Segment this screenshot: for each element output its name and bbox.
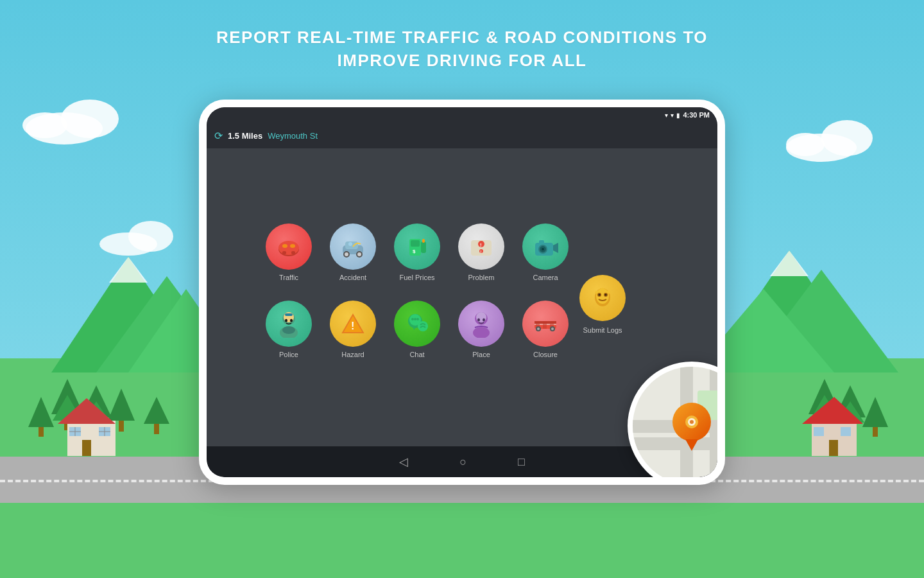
svg-point-61 bbox=[357, 252, 361, 256]
traffic-icon-item[interactable]: Traffic bbox=[260, 223, 318, 294]
svg-rect-64 bbox=[411, 240, 420, 247]
svg-rect-54 bbox=[282, 251, 286, 254]
map-road-horizontal-2 bbox=[633, 437, 717, 450]
svg-marker-77 bbox=[553, 243, 558, 253]
app-nav-bar: ⟳ 1.5 Miles Weymouth St bbox=[207, 123, 717, 148]
police-label: Police bbox=[279, 351, 298, 358]
police-icon-circle bbox=[266, 301, 312, 347]
map-inner bbox=[633, 367, 717, 477]
svg-point-90 bbox=[411, 318, 414, 320]
tablet-inner: ▾ ▾ ▮ 4:30 PM ⟳ 1.5 Miles Weymouth St bbox=[207, 107, 717, 477]
battery-icon: ▮ bbox=[676, 112, 680, 119]
status-time: 4:30 PM bbox=[683, 111, 710, 119]
svg-text:!: ! bbox=[480, 242, 482, 248]
submit-logs-label: Submit Logs bbox=[583, 326, 622, 334]
svg-point-121 bbox=[690, 420, 694, 424]
traffic-icon-circle bbox=[266, 223, 312, 270]
home-button[interactable]: ○ bbox=[459, 455, 466, 469]
recent-apps-button[interactable]: □ bbox=[518, 455, 525, 469]
svg-point-59 bbox=[345, 252, 348, 256]
svg-point-115 bbox=[605, 294, 607, 296]
closure-icon-circle bbox=[522, 301, 569, 347]
accident-label: Accident bbox=[339, 274, 366, 281]
svg-point-85 bbox=[290, 319, 293, 322]
svg-point-51 bbox=[278, 241, 299, 255]
camera-icon-item[interactable]: Camera bbox=[517, 223, 574, 294]
svg-rect-82 bbox=[285, 313, 293, 316]
accident-icon-item[interactable]: Accident bbox=[324, 223, 382, 294]
svg-point-109 bbox=[551, 328, 554, 330]
police-icon-item[interactable]: Police bbox=[260, 301, 318, 371]
svg-text:$: $ bbox=[413, 249, 416, 254]
map-pin bbox=[672, 403, 711, 441]
svg-point-62 bbox=[348, 242, 352, 246]
status-bar: ▾ ▾ ▮ 4:30 PM bbox=[207, 107, 717, 123]
signal-icon: ▾ bbox=[671, 112, 674, 119]
closure-icon-item[interactable]: Closure bbox=[517, 301, 574, 371]
hazard-icon-item[interactable]: ! Hazard bbox=[324, 301, 382, 371]
submit-logs-area[interactable]: Submit Logs bbox=[579, 275, 626, 334]
icon-grid: Traffic bbox=[260, 223, 574, 371]
chat-label: Chat bbox=[409, 351, 424, 358]
hazard-label: Hazard bbox=[341, 351, 364, 358]
place-label: Place bbox=[472, 351, 490, 358]
submit-logs-circle bbox=[579, 275, 626, 321]
hazard-icon-circle: ! bbox=[330, 301, 376, 347]
chat-icon-item[interactable]: Chat bbox=[388, 301, 446, 371]
svg-rect-78 bbox=[539, 240, 544, 244]
svg-point-107 bbox=[537, 328, 540, 330]
svg-rect-104 bbox=[543, 321, 547, 329]
camera-label: Camera bbox=[533, 274, 558, 281]
traffic-label: Traffic bbox=[279, 274, 298, 281]
problem-label: Problem bbox=[468, 274, 495, 281]
closure-label: Closure bbox=[533, 351, 558, 358]
svg-point-84 bbox=[285, 319, 287, 322]
svg-rect-66 bbox=[422, 239, 425, 243]
svg-point-96 bbox=[476, 312, 486, 322]
chat-icon-circle bbox=[394, 301, 440, 347]
place-icon-circle bbox=[458, 301, 504, 347]
svg-rect-55 bbox=[291, 251, 295, 254]
svg-point-99 bbox=[483, 319, 485, 322]
svg-point-98 bbox=[477, 319, 480, 322]
svg-point-114 bbox=[599, 294, 601, 296]
svg-point-53 bbox=[290, 244, 295, 248]
wifi-icon: ▾ bbox=[665, 112, 668, 119]
tablet: ▾ ▾ ▮ 4:30 PM ⟳ 1.5 Miles Weymouth St bbox=[199, 100, 725, 485]
nav-distance: 1.5 Miles bbox=[228, 131, 262, 141]
nav-waze-icon: ⟳ bbox=[214, 130, 223, 142]
svg-text:!: ! bbox=[351, 320, 354, 331]
svg-point-76 bbox=[542, 248, 544, 250]
camera-icon-circle bbox=[522, 223, 569, 270]
svg-point-97 bbox=[473, 327, 490, 338]
svg-point-92 bbox=[416, 318, 419, 320]
svg-text:!: ! bbox=[481, 250, 482, 254]
svg-point-52 bbox=[282, 244, 287, 248]
svg-point-83 bbox=[282, 326, 295, 334]
nav-street: Weymouth St bbox=[268, 131, 318, 141]
problem-icon-circle: ! ! bbox=[458, 223, 504, 270]
place-icon-item[interactable]: Place bbox=[452, 301, 510, 371]
screen: ▾ ▾ ▮ 4:30 PM ⟳ 1.5 Miles Weymouth St bbox=[207, 107, 717, 477]
fuel-label: Fuel Prices bbox=[399, 274, 434, 281]
back-button[interactable]: ◁ bbox=[399, 455, 408, 469]
problem-icon-item[interactable]: ! ! Problem bbox=[452, 223, 510, 294]
svg-rect-65 bbox=[421, 241, 426, 253]
svg-point-118 bbox=[601, 288, 604, 292]
header-text: REPORT REAL-TIME TRAFFIC & ROAD CONDITIO… bbox=[0, 26, 924, 73]
fuel-icon-item[interactable]: $ Fuel Prices bbox=[388, 223, 446, 294]
accident-icon-circle bbox=[330, 223, 376, 270]
map-thumbnail bbox=[628, 362, 717, 477]
fuel-icon-circle: $ bbox=[394, 223, 440, 270]
status-icons: ▾ ▾ ▮ 4:30 PM bbox=[665, 111, 710, 119]
svg-marker-93 bbox=[413, 326, 416, 330]
header-line1: REPORT REAL-TIME TRAFFIC & ROAD CONDITIO… bbox=[0, 26, 924, 49]
svg-point-91 bbox=[414, 318, 416, 320]
header-line2: IMPROVE DRIVING FOR ALL bbox=[0, 49, 924, 72]
